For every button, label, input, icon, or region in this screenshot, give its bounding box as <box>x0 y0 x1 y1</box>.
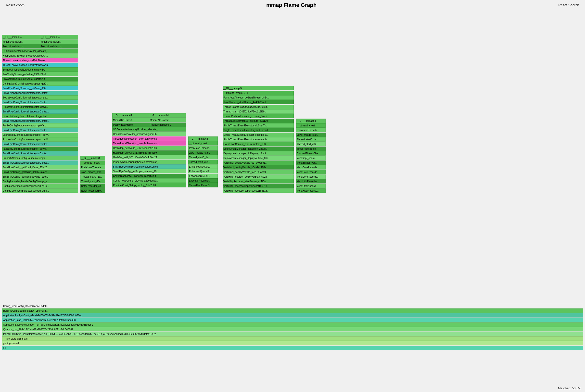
frame-runtimeconfig[interactable]: RuntimeConfigSetup_deploy_0bfe7d83.. <box>112 183 186 188</box>
frame-posixvm-mid-2[interactable]: PosixVirtualMemor.. <box>149 122 186 127</box>
frame-vertxbuilder[interactable]: VertxBuilder_vert.. <box>296 160 326 165</box>
frame-vertxhttp-process[interactable]: VertxHttpProcess.. <box>296 184 326 188</box>
bar-appstart[interactable]: Application_start_9a0b63742d6e66c1b5dc01… <box>2 318 583 322</box>
frame-config-readconfig[interactable]: Config_readConfig_0fc4ca3fa22e5add0.. <box>112 178 186 183</box>
bar-configgen[interactable]: Config_readConfig_0fc4ca3fa22e5add0... <box>2 304 583 308</box>
frame-deployment-dodeploy-28[interactable]: DeploymentManager_doDeploy_28a24.. <box>223 146 294 151</box>
frame-fallback[interactable]: FallbackConfigSourceInterceptor_getVa.. <box>2 146 78 151</box>
frame-javathreads-1[interactable]: JavaThreads_star.. <box>81 170 105 174</box>
frame-smallrye-interceptor-5[interactable]: SmallRyeConfigSourceInterceptorContex.. <box>2 128 78 132</box>
frame-expression-2[interactable]: ExpressionConfigSourceInterceptor_getV.. <box>2 137 78 142</box>
bar-isolate[interactable]: IsolateEnterStub_JavaMainWrapper_run_508… <box>2 332 583 336</box>
bar-lifecycle[interactable]: ApplicationLifecycleManager_run_dbf144db… <box>2 322 583 327</box>
frame-configdiagnostic[interactable]: ConfigDiagnostic_unknownProperties_f.. <box>112 174 186 178</box>
frame-smallrye-interceptor-8[interactable]: SmallRyeConfigSourceInterceptorContex.. <box>2 160 78 165</box>
frame-gi-mmap64-2[interactable]: __GI___mmap64 <box>40 35 78 39</box>
frame-verteximpl-deploy-097[interactable]: VertxImpl_deployVerticle_097940d891.. <box>223 160 294 165</box>
bar-libc[interactable]: __libc_start_call_main <box>2 336 583 341</box>
frame-smallrye-mid[interactable]: SmallRyeConfigSourceInterceptorContex.. <box>112 164 186 169</box>
frame-singlethread-dostart[interactable]: SingleThreadEventExecutor_doStartTh.. <box>223 123 294 128</box>
frame-pthread-right[interactable]: __pthread_create_2_1 <box>223 91 294 95</box>
bar-runtimeconfig[interactable]: RuntimeConfigSetup_deploy_0bfe7d83... <box>2 308 583 313</box>
frame-propnames-1[interactable]: PropertyNamesConfigSourceIntercepto.. <box>2 156 78 160</box>
frame-stringutil[interactable]: StringUtil_replaceNonAlphanumericBy.. <box>2 68 78 72</box>
frame-propnames-mid[interactable]: PropertyNamesConfigSourceInterceptor_... <box>112 160 186 164</box>
frame-smallrye-interceptor-4[interactable]: SmallRyeConfigSourceInterceptorContex.. <box>2 118 78 123</box>
frame-posix-vm-1[interactable]: PosixVirtualMemo.. <box>2 44 40 48</box>
frame-os-committed[interactable]: OSCommittedMemoryProvider_allocate_... <box>2 49 78 53</box>
frame-smallrye-sources[interactable]: SmallRyeConfigSources_getValue_666.. <box>2 86 78 90</box>
frame-mman-1[interactable]: Mman$NoTransiti.. <box>2 40 40 44</box>
frame-threadstart-far[interactable]: Thread_start0_1a.. <box>296 137 326 142</box>
bar-all[interactable]: all <box>2 346 583 350</box>
frame-threadstart-mr[interactable]: Thread_start0_1a.. <box>188 155 218 160</box>
frame-threadstart-mr2[interactable]: Thread_start_d04.. <box>188 160 218 164</box>
frame-secretkeys[interactable]: SecretKeysConfigSourceInterceptor_get.. <box>2 95 78 100</box>
frame-posixjava-1[interactable]: PosixJavaThreads.. <box>81 165 105 170</box>
frame-configgen-2[interactable]: ConfigGenerationBuildStep$checkForBui.. <box>2 188 78 193</box>
frame-singlethread-start[interactable]: SingleThreadEventExecutor_startThread.. <box>223 128 294 132</box>
frame-nettyrecorder-1[interactable]: NettyRecorder_ea.. <box>81 184 105 188</box>
frame-hashset-add[interactable]: HashSet_add_9f7cdf8ef4a7e8a4b5ed24.. <box>112 155 186 160</box>
frame-blockedthread[interactable]: BlockedThreadChe.. <box>296 151 326 156</box>
frame-posixjava-far[interactable]: PosixJavaThreads.. <box>296 128 326 132</box>
frame-verteximpl-deploy-fce[interactable]: VertxImpl_deployVerticle_fcea789add9.. <box>223 170 294 174</box>
frame-pthread-1[interactable]: __pthread_creat.. <box>81 160 105 165</box>
frame-gi-mmap64-right[interactable]: __GI___mmap64 <box>223 86 294 90</box>
frame-threadstart-1[interactable]: Thread_start0_1a.. <box>81 174 105 179</box>
frame-verteximpl-deploy-b3c[interactable]: VertxImpl_deployVerticle_b3ce74c752a.. <box>223 165 294 170</box>
frame-gi-mmap64-mid-1[interactable]: __GI___mmap64 <box>112 113 149 118</box>
frame-vertxhttp-recorder[interactable]: VertxHttpRecorder.. <box>296 179 326 184</box>
frame-gi-mmap64-far[interactable]: __GI___mmap64 <box>296 118 326 123</box>
bar-getting-started[interactable]: getting-started <box>2 341 583 346</box>
bar-applicationimpl[interactable]: ApplicationImpl_doStart_e1afde9430e67b7c… <box>2 313 583 318</box>
frame-tla-pink[interactable]: ThreadLocalAllocation_slowPathNewArr.. <box>2 58 78 62</box>
frame-eventloop-run[interactable]: EventLoopContext_runOnContext_103.. <box>223 142 294 146</box>
frame-threadpoolsetup-mr[interactable]: ThreadPoolSetup$.. <box>188 183 218 188</box>
frame-heapchunk-mid[interactable]: HeapChunkProvider_produceAlignedCh.. <box>112 132 186 136</box>
frame-configvalue[interactable]: ConfigValueConfigSourceWrapper_getC.. <box>2 81 78 86</box>
frame-smallrye-getvalue[interactable]: SmallRyeConfig_getValue_9cb077a2a71.. <box>2 170 78 174</box>
frame-pthread-far[interactable]: __pthread_creat.. <box>296 123 326 128</box>
frame-envconfig-1[interactable]: EnvConfigSource_getValue_9938158b9.. <box>2 72 78 76</box>
frame-smallrye-getprop[interactable]: SmallRyeConfig_getPropertyNames_70.. <box>112 169 186 174</box>
frame-configgen-1[interactable]: ConfigGenerationBuildStep$checkForBui.. <box>2 184 78 188</box>
frame-singlethread-execute-b[interactable]: SingleThreadEventExecutor_execute_b.. <box>223 137 294 142</box>
frame-relocate-1[interactable]: RelocateConfigSourceInterceptor_getVal.. <box>2 104 78 109</box>
frame-vertximpl-constr[interactable]: VertxImpl_constr.. <box>296 156 326 160</box>
frame-smallrye-interceptor-3[interactable]: SmallRyeConfigSourceInterceptorContex.. <box>2 109 78 114</box>
frame-threadstart-d043[interactable]: Thread_start_d043f016dd75eb113f89.. <box>223 109 294 114</box>
frame-threadstart-d04-far[interactable]: Thread_start_d04.. <box>296 142 326 146</box>
frame-posixjava-mr[interactable]: PosixJavaThreads.. <box>188 146 218 150</box>
frame-singlethread-execute[interactable]: SingleThreadEventExecutor_execute_a.. <box>223 132 294 137</box>
frame-vertxcore-2[interactable]: VertxCoreRecorde.. <box>296 170 326 174</box>
bar-quarkus[interactable]: Quarkus_run_264e1542aba49a980676e2116b62… <box>2 327 583 332</box>
frame-vertxhttp-startserver[interactable]: VertxHttpRecorder_startServer_c11f0a.. <box>223 179 294 184</box>
frame-tla-cyan[interactable]: ThreadLocalAllocation_slowPathNewArra:. <box>2 63 78 67</box>
frame-executor-mr[interactable]: ExecutorRecorder.. <box>188 178 218 183</box>
frame-vertxhttp-processo[interactable]: VertxHttpProcesso.. <box>296 188 326 193</box>
frame-nettyprocessor[interactable]: NettyProcessor$e.. <box>81 188 105 193</box>
frame-gi-mmap64-mr[interactable]: __GI___mmap64 <box>188 136 218 141</box>
frame-timer-constructor[interactable]: Timer_constructo.. <box>296 146 326 151</box>
frame-deployment-dodeploy-13[interactable]: DeploymentManager_doDeploy_13ca9.. <box>223 151 294 156</box>
frame-posixvm-mid-1[interactable]: PosixVirtualMemo.. <box>112 122 149 127</box>
frame-mman-mid-2[interactable]: Mman$NoTransiti.. <box>149 118 186 122</box>
frame-vertxcore-1[interactable]: VertxCoreRecorde.. <box>296 165 326 170</box>
frame-mman-mid-1[interactable]: Mman$NoTransiti.. <box>112 118 149 122</box>
frame-enhanced-1[interactable]: EnhancedQueueE.. <box>188 164 218 169</box>
frame-gi-mmap64-mid-2[interactable]: __GI___mmap64 <box>149 113 186 118</box>
frame-threadpertask[interactable]: ThreadPerTaskExecutor_execute_9afc5.. <box>223 114 294 118</box>
frame-threadstart0-right[interactable]: Thread_start0_1ac299bac29d78e193ed.. <box>223 104 294 109</box>
frame-profile[interactable]: ProfileConfigSourceInterceptor_getVal.. <box>2 123 78 128</box>
frame-vertxhttp-processor[interactable]: VertxHttpProcessor$openSocket186618.. <box>223 184 294 188</box>
frame-envconfig-2[interactable]: EnvConfigSource_getValue_6dbcfa20f.. <box>2 77 78 81</box>
frame-javathreads-mr[interactable]: JavaThreads_star.. <box>188 150 218 155</box>
frame-gi-mmap64-3[interactable]: __GI___mmap64 <box>81 156 105 160</box>
frame-threadexecutormap[interactable]: ThreadExecutorMap$1_execute_82a130.. <box>223 118 294 123</box>
frame-hashmap-putval[interactable]: HashMap_putVal_a317b593f5b45ff42b9.. <box>112 150 186 155</box>
frame-javathreads-right[interactable]: JavaThreads_startThread_4a48623aeb.. <box>223 100 294 104</box>
frame-tla-mid-pink2[interactable]: ThreadLocalAllocation_slowPathNewInst.. <box>112 141 186 146</box>
frame-enhanced-3[interactable]: EnhancedQueueE.. <box>188 174 218 178</box>
frame-tla-mid-pink[interactable]: ThreadLocalAllocation_slowPathNewIns.. <box>112 136 186 141</box>
